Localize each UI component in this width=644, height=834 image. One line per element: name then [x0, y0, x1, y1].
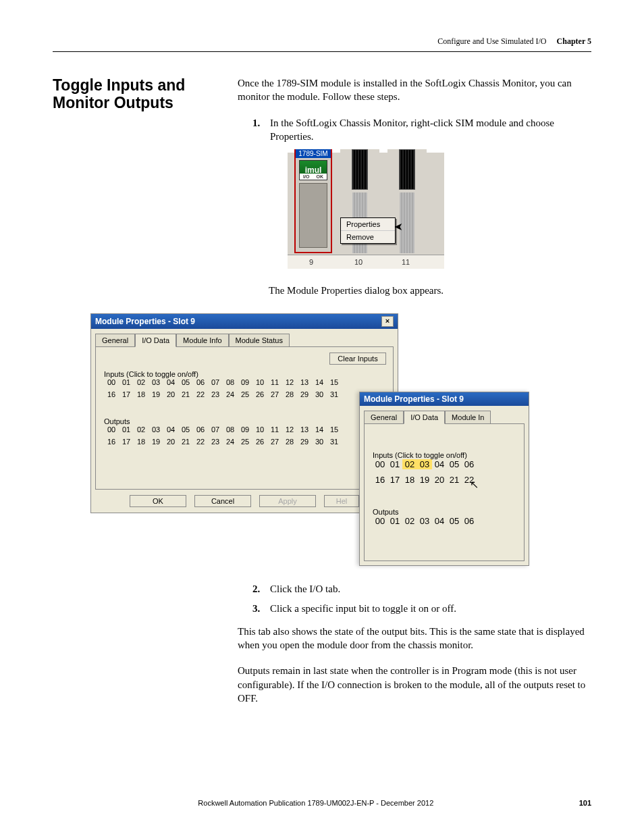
inputs-zoom-row2[interactable]: 16171819202122: [373, 475, 516, 485]
bit-21[interactable]: 21: [178, 438, 193, 446]
bit-12[interactable]: 12: [282, 378, 297, 386]
bit-29[interactable]: 29: [297, 438, 312, 446]
bit-03[interactable]: 03: [417, 516, 432, 526]
bit-27[interactable]: 27: [267, 438, 282, 446]
bit-27[interactable]: 27: [267, 390, 282, 398]
bit-18[interactable]: 18: [402, 475, 417, 485]
bit-00[interactable]: 00: [104, 378, 119, 386]
bit-30[interactable]: 30: [312, 438, 327, 446]
bit-21[interactable]: 21: [178, 390, 193, 398]
bit-02[interactable]: 02: [134, 425, 149, 434]
bit-11[interactable]: 11: [267, 425, 282, 434]
bit-28[interactable]: 28: [282, 438, 297, 446]
bit-05[interactable]: 05: [447, 516, 462, 526]
bit-15[interactable]: 15: [327, 425, 342, 434]
tab2-module-info[interactable]: Module In: [445, 411, 491, 424]
bit-09[interactable]: 09: [238, 425, 252, 434]
menu-item-properties[interactable]: Properties: [341, 218, 395, 231]
bit-03[interactable]: 03: [149, 378, 163, 386]
inputs-row-0-15[interactable]: 00010203040506070809101112131415: [104, 378, 385, 386]
inputs-zoom-row1[interactable]: 00010203040506: [373, 459, 516, 469]
bit-20[interactable]: 20: [163, 438, 178, 446]
bit-06[interactable]: 06: [193, 378, 208, 386]
bit-08[interactable]: 08: [223, 425, 238, 434]
ok-button[interactable]: OK: [130, 495, 186, 507]
bit-03[interactable]: 03: [149, 425, 163, 434]
bit-22[interactable]: 22: [193, 438, 208, 446]
tab-io-data[interactable]: I/O Data: [135, 334, 176, 347]
tab-module-info[interactable]: Module Info: [176, 334, 228, 347]
inputs-row-16-31[interactable]: 16171819202122232425262728293031: [104, 390, 385, 398]
bit-17[interactable]: 17: [387, 475, 402, 485]
bit-20[interactable]: 20: [432, 475, 447, 485]
bit-10[interactable]: 10: [252, 378, 267, 386]
clear-inputs-button[interactable]: Clear Inputs: [329, 353, 386, 365]
tab-module-status[interactable]: Module Status: [229, 334, 290, 347]
bit-05[interactable]: 05: [447, 459, 462, 469]
cancel-button[interactable]: Cancel: [194, 495, 251, 507]
bit-07[interactable]: 07: [208, 425, 223, 434]
bit-23[interactable]: 23: [208, 390, 223, 398]
dialog2-title-bar[interactable]: Module Properties - Slot 9: [360, 392, 529, 406]
bit-05[interactable]: 05: [178, 425, 193, 434]
bit-17[interactable]: 17: [119, 438, 134, 446]
bit-06[interactable]: 06: [462, 516, 477, 526]
bit-13[interactable]: 13: [297, 425, 312, 434]
help-button[interactable]: Hel: [324, 495, 359, 507]
bit-25[interactable]: 25: [238, 438, 252, 446]
sim-module-slot[interactable]: 1789-SIM imul I/O OK: [294, 149, 332, 253]
bit-16[interactable]: 16: [104, 390, 119, 398]
bit-00[interactable]: 00: [373, 516, 387, 526]
tab2-general[interactable]: General: [364, 411, 404, 424]
bit-01[interactable]: 01: [119, 425, 134, 434]
bit-07[interactable]: 07: [208, 378, 223, 386]
bit-21[interactable]: 21: [447, 475, 462, 485]
bit-04[interactable]: 04: [432, 516, 447, 526]
bit-01[interactable]: 01: [387, 459, 402, 469]
bit-17[interactable]: 17: [119, 390, 134, 398]
bit-08[interactable]: 08: [223, 378, 238, 386]
bit-23[interactable]: 23: [208, 438, 223, 446]
tab-general[interactable]: General: [95, 334, 135, 347]
bit-00[interactable]: 00: [373, 459, 387, 469]
menu-item-remove[interactable]: Remove: [341, 231, 395, 243]
apply-button[interactable]: Apply: [259, 495, 316, 507]
bit-13[interactable]: 13: [297, 378, 312, 386]
bit-19[interactable]: 19: [149, 438, 163, 446]
bit-25[interactable]: 25: [238, 390, 252, 398]
bit-29[interactable]: 29: [297, 390, 312, 398]
bit-16[interactable]: 16: [104, 438, 119, 446]
close-icon[interactable]: ×: [381, 316, 394, 327]
bit-18[interactable]: 18: [134, 438, 149, 446]
bit-05[interactable]: 05: [178, 378, 193, 386]
bit-04[interactable]: 04: [432, 459, 447, 469]
bit-19[interactable]: 19: [417, 475, 432, 485]
bit-30[interactable]: 30: [312, 390, 327, 398]
bit-12[interactable]: 12: [282, 425, 297, 434]
bit-02[interactable]: 02: [134, 378, 149, 386]
bit-11[interactable]: 11: [267, 378, 282, 386]
bit-18[interactable]: 18: [134, 390, 149, 398]
bit-14[interactable]: 14: [312, 378, 327, 386]
tab2-io-data[interactable]: I/O Data: [404, 411, 445, 424]
bit-09[interactable]: 09: [238, 378, 252, 386]
bit-04[interactable]: 04: [163, 378, 178, 386]
bit-26[interactable]: 26: [252, 390, 267, 398]
bit-06[interactable]: 06: [462, 459, 477, 469]
bit-16[interactable]: 16: [373, 475, 387, 485]
bit-14[interactable]: 14: [312, 425, 327, 434]
bit-10[interactable]: 10: [252, 425, 267, 434]
bit-26[interactable]: 26: [252, 438, 267, 446]
bit-19[interactable]: 19: [149, 390, 163, 398]
bit-01[interactable]: 01: [387, 516, 402, 526]
bit-06[interactable]: 06: [193, 425, 208, 434]
bit-31[interactable]: 31: [327, 438, 342, 446]
dialog-title-bar[interactable]: Module Properties - Slot 9 ×: [91, 314, 398, 329]
bit-20[interactable]: 20: [163, 390, 178, 398]
bit-24[interactable]: 24: [223, 438, 238, 446]
bit-02[interactable]: 02: [402, 516, 417, 526]
bit-22[interactable]: 22: [193, 390, 208, 398]
bit-04[interactable]: 04: [163, 425, 178, 434]
bit-15[interactable]: 15: [327, 378, 342, 386]
bit-28[interactable]: 28: [282, 390, 297, 398]
